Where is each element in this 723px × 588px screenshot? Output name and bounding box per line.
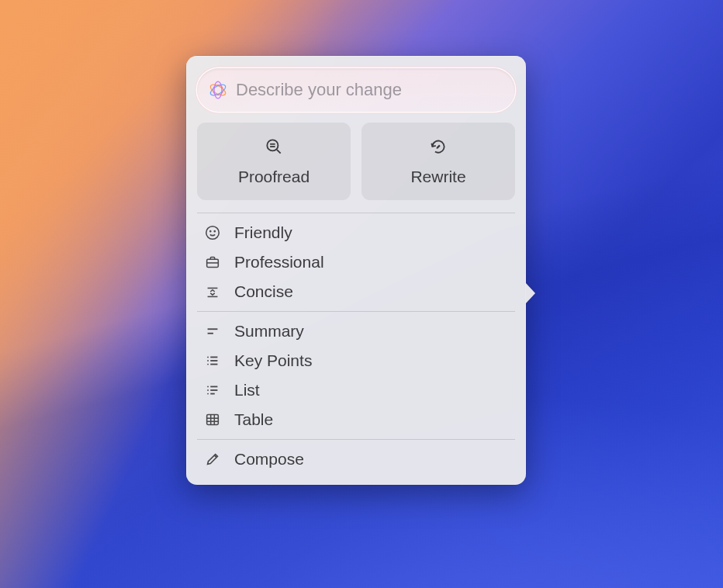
apple-intelligence-icon [208,80,228,100]
professional-item[interactable]: Professional [195,247,517,277]
proofread-icon [264,137,284,160]
list-label: List [234,381,260,399]
svg-point-10 [214,231,215,232]
list-icon [203,381,222,399]
svg-line-5 [277,150,281,154]
svg-point-27 [207,393,209,395]
table-icon [203,410,222,429]
tone-section: Friendly Professional Conci [195,213,517,311]
proofread-button[interactable]: Proofread [197,123,351,200]
compose-label: Compose [234,450,304,469]
friendly-label: Friendly [234,223,292,242]
svg-point-25 [207,389,209,391]
smile-icon [203,223,222,242]
key-points-item[interactable]: Key Points [195,346,517,375]
rewrite-button[interactable]: Rewrite [362,123,515,200]
svg-point-8 [206,227,220,240]
concise-item[interactable]: Concise [195,277,517,306]
describe-change-input[interactable] [236,80,504,100]
svg-point-3 [214,81,222,99]
summary-item[interactable]: Summary [195,316,517,346]
friendly-item[interactable]: Friendly [195,218,517,247]
svg-point-17 [207,357,209,358]
primary-actions-row: Proofread Rewrite [195,123,517,213]
key-points-icon [203,351,222,370]
compose-item[interactable]: Compose [195,444,517,474]
rewrite-icon [428,137,448,160]
svg-point-23 [207,386,209,388]
svg-point-21 [207,364,209,365]
compose-section: Compose [195,440,517,479]
table-item[interactable]: Table [195,405,517,434]
professional-label: Professional [234,253,324,272]
summary-icon [203,322,222,341]
table-label: Table [234,410,273,429]
describe-change-input-container[interactable] [197,68,515,112]
format-section: Summary Key Points [195,312,517,439]
svg-rect-29 [207,415,219,425]
svg-point-19 [207,360,209,361]
concise-label: Concise [234,282,293,301]
proofread-label: Proofread [238,168,310,186]
key-points-label: Key Points [234,351,312,370]
writing-tools-popover: Proofread Rewrite [186,56,526,485]
svg-point-4 [267,140,278,150]
rewrite-label: Rewrite [410,168,465,186]
summary-label: Summary [234,322,304,341]
list-item[interactable]: List [195,375,517,405]
pencil-icon [203,450,222,469]
concise-icon [203,282,222,301]
popover-arrow [525,282,535,304]
briefcase-icon [203,253,222,272]
svg-point-9 [210,231,211,232]
